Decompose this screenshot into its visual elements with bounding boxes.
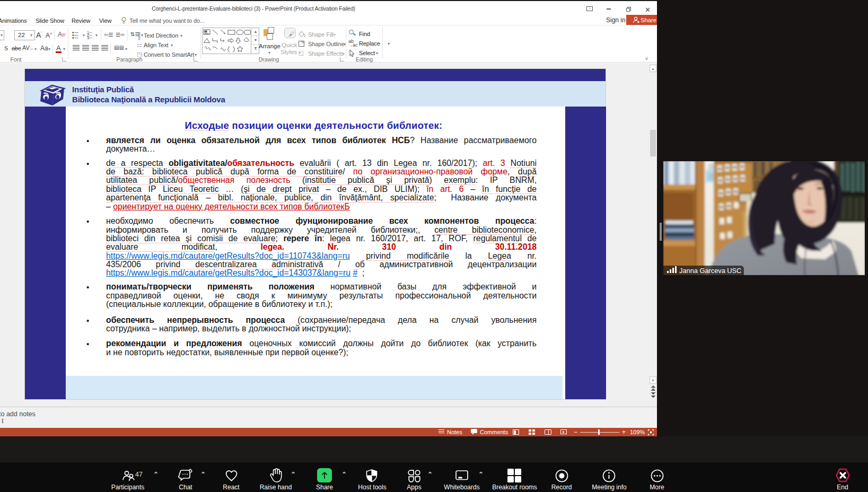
svg-text:Janna Garceva USC: Janna Garceva USC	[679, 267, 741, 275]
